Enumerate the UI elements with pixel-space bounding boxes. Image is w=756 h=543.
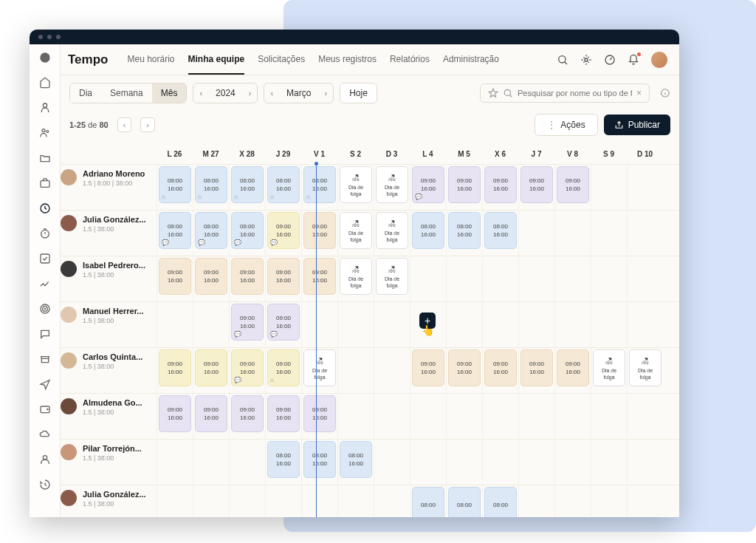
day-cell[interactable] <box>518 394 554 439</box>
day-cell[interactable]: 09:0016:00 <box>193 256 229 301</box>
shift-card[interactable]: 08:0016:00 <box>340 441 372 478</box>
day-cell[interactable]: 08:0016:00 <box>482 211 518 256</box>
person-cell[interactable]: Adriano Moreno1.5 | 8:00 | 38:00 <box>61 165 157 210</box>
day-cell[interactable] <box>301 302 337 347</box>
view-segment[interactable]: Semana <box>101 83 152 103</box>
shift-card[interactable]: 08:0016:00⌂ <box>303 166 336 203</box>
day-cell[interactable]: 09:0016:00 <box>301 394 337 439</box>
shift-card[interactable]: 08:0016:00💬 <box>231 212 264 249</box>
shift-card[interactable]: 09:0016:00 <box>303 395 336 432</box>
shift-card[interactable]: 09:0016:00 <box>557 166 589 203</box>
day-cell[interactable] <box>627 211 663 256</box>
person-cell[interactable]: Julia González...1.5 | 38:00 <box>61 211 157 256</box>
day-off-card[interactable]: 🏖Dia defolga <box>340 212 372 249</box>
day-cell[interactable] <box>374 348 410 393</box>
day-cell[interactable]: 09:0016:00 <box>157 256 193 301</box>
day-cell[interactable] <box>446 440 482 485</box>
day-cell[interactable] <box>374 394 410 439</box>
day-off-card[interactable]: 🏖Dia defolga <box>376 212 408 249</box>
shift-card[interactable]: 09:0016:00 <box>195 395 227 432</box>
shift-card[interactable]: 09:0016:00💬 <box>267 304 300 341</box>
wallet-icon[interactable] <box>39 403 51 415</box>
shift-card[interactable]: 08:0016:00 <box>303 441 336 478</box>
day-cell[interactable]: 08:00 <box>446 485 482 517</box>
today-button[interactable]: Hoje <box>340 83 377 103</box>
day-cell[interactable] <box>482 394 518 439</box>
day-cell[interactable] <box>374 485 410 517</box>
shift-card[interactable]: 09:0016:00 <box>159 349 191 386</box>
day-off-card[interactable]: 🏖Dia defolga <box>340 166 372 203</box>
shift-card[interactable]: 08:00 <box>448 487 481 517</box>
day-cell[interactable] <box>157 302 193 347</box>
day-off-card[interactable]: 🏖Dia defolga <box>340 258 372 295</box>
search-icon[interactable] <box>557 54 568 66</box>
actions-button[interactable]: ⋮Ações <box>535 114 597 136</box>
day-cell[interactable]: 09:0016:00 <box>193 394 229 439</box>
target-icon[interactable] <box>39 303 51 315</box>
day-cell[interactable]: 09:0016:00 <box>265 256 301 301</box>
gauge-icon[interactable] <box>604 54 616 66</box>
person-cell[interactable]: Almudena Go...1.5 | 38:00 <box>61 394 157 439</box>
day-cell[interactable]: +👆 <box>410 302 446 347</box>
shift-card[interactable]: 09:0016:00💬 <box>231 304 264 341</box>
month-prev[interactable]: ‹ <box>266 86 278 100</box>
day-cell[interactable]: 09:0016:00 <box>446 165 482 210</box>
day-cell[interactable] <box>374 440 410 485</box>
day-cell[interactable]: 08:0016:00💬 <box>229 211 265 256</box>
day-cell[interactable]: 🏖Dia defolga <box>337 211 374 256</box>
shift-card[interactable]: 09:0016:00 <box>159 258 191 295</box>
shift-card[interactable]: 08:0016:00⌂ <box>159 166 191 203</box>
shift-card[interactable]: 09:0016:00 <box>231 258 264 295</box>
day-off-card[interactable]: 🏖Dia defolga <box>629 349 662 386</box>
user-avatar[interactable] <box>651 52 667 68</box>
day-cell[interactable]: 🏖Dia defolga <box>627 348 663 393</box>
day-cell[interactable] <box>410 440 446 485</box>
day-cell[interactable]: 08:0016:00 <box>301 440 337 485</box>
day-cell[interactable]: 🏖Dia defolga <box>374 256 410 301</box>
day-cell[interactable] <box>627 440 663 485</box>
day-cell[interactable]: 08:0016:00 <box>446 211 482 256</box>
day-cell[interactable]: 08:0016:00 <box>410 211 446 256</box>
chart-icon[interactable] <box>39 278 51 290</box>
day-cell[interactable]: 09:0016:00 <box>157 394 193 439</box>
day-cell[interactable] <box>193 440 229 485</box>
day-cell[interactable]: 09:0016:00⌂ <box>265 348 301 393</box>
shift-card[interactable]: 08:0016:00💬 <box>195 212 227 249</box>
search-input[interactable] <box>518 89 632 98</box>
day-cell[interactable] <box>591 440 627 485</box>
day-cell[interactable]: 09:0016:00 <box>446 348 482 393</box>
shift-card[interactable]: 09:0016:00 <box>448 166 481 203</box>
shift-card[interactable]: 09:0016:00 <box>267 258 300 295</box>
day-off-card[interactable]: 🏖Dia defolga <box>593 349 625 386</box>
day-cell[interactable]: 🏖Dia defolga <box>337 256 374 301</box>
day-cell[interactable] <box>337 348 374 393</box>
day-cell[interactable]: 09:0016:00💬 <box>265 211 301 256</box>
day-cell[interactable] <box>554 394 591 439</box>
person-cell[interactable]: Carlos Quinta...1.5 | 38:00 <box>61 348 157 393</box>
day-cell[interactable] <box>554 211 591 256</box>
shift-card[interactable]: 09:0016:00 <box>520 166 553 203</box>
day-cell[interactable]: 09:0016:00 <box>229 394 265 439</box>
day-cell[interactable]: 08:0016:00⌂ <box>229 165 265 210</box>
day-off-card[interactable]: 🏖Dia defolga <box>303 349 336 386</box>
check-icon[interactable] <box>39 253 51 264</box>
day-cell[interactable]: 09:0016:00💬 <box>229 302 265 347</box>
day-cell[interactable]: 09:0016:00 <box>301 256 337 301</box>
shift-card[interactable]: 09:0016:00💬 <box>231 349 264 386</box>
day-cell[interactable]: 09:0016:00 <box>193 348 229 393</box>
day-cell[interactable] <box>627 165 663 210</box>
day-cell[interactable]: 09:0016:00💬 <box>265 302 301 347</box>
shift-card[interactable]: 08:0016:00💬 <box>159 212 191 249</box>
search-box[interactable]: × <box>480 83 650 103</box>
day-cell[interactable] <box>591 394 627 439</box>
day-cell[interactable]: 08:0016:00💬 <box>193 211 229 256</box>
shift-card[interactable]: 09:0016:00 <box>484 349 517 386</box>
shift-card[interactable]: 09:0016:00 <box>448 349 481 386</box>
shift-card[interactable]: 09:0016:00 <box>557 349 589 386</box>
view-segment[interactable]: Mês <box>152 83 187 103</box>
chat-icon[interactable] <box>39 328 51 340</box>
day-cell[interactable]: 09:0016:00 <box>157 348 193 393</box>
settings-icon[interactable] <box>580 54 592 66</box>
day-cell[interactable] <box>410 256 446 301</box>
day-cell[interactable] <box>265 485 301 517</box>
